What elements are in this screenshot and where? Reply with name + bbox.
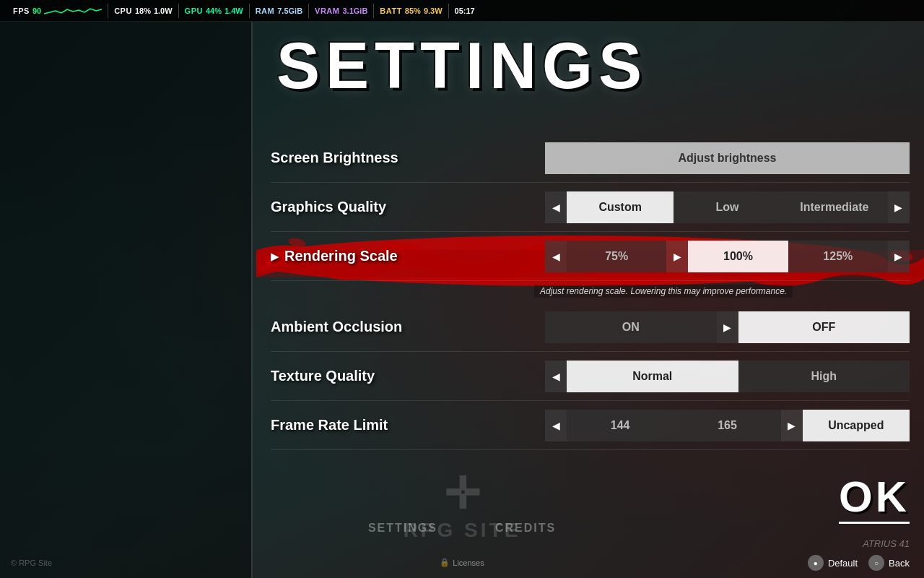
graphics-quality-custom[interactable]: Custom: [567, 191, 674, 223]
back-icon: ○: [868, 555, 884, 571]
svg-point-2: [257, 264, 270, 273]
main-content: Screen Brightness Adjust brightness Grap…: [256, 119, 924, 578]
frame-rate-144[interactable]: 144: [567, 410, 674, 441]
texture-quality-high[interactable]: High: [738, 361, 910, 392]
rendering-scale-wrapper: ▶ Rendering Scale ◀ 75% ▶ 100% 125% ▶ Ad…: [256, 232, 924, 303]
texture-quality-left-arrow[interactable]: ◀: [545, 361, 567, 392]
bottom-left-watermark: © RPG Site: [11, 558, 52, 567]
rendering-scale-75[interactable]: 75%: [567, 241, 666, 272]
rendering-scale-row: ▶ Rendering Scale ◀ 75% ▶ 100% 125% ▶: [271, 232, 910, 281]
gpu-value: 44%: [206, 7, 222, 15]
screen-brightness-label: Screen Brightness: [271, 150, 545, 166]
gpu-display: GPU 44% 1.4W: [179, 7, 249, 15]
ambient-occlusion-label: Ambient Occlusion: [271, 319, 545, 335]
ram-label: RAM: [256, 7, 275, 15]
back-button[interactable]: ○ Back: [868, 555, 910, 571]
ambient-occlusion-row: Ambient Occlusion ON ▶ OFF: [271, 303, 910, 352]
texture-quality-label: Texture Quality: [271, 368, 545, 384]
graphics-quality-left-arrow[interactable]: ◀: [545, 191, 567, 223]
batt-label: BATT: [380, 7, 402, 15]
graphics-quality-intermediate[interactable]: Intermediate: [781, 191, 888, 223]
ambient-occlusion-options: ON ▶ OFF: [545, 311, 910, 343]
fps-value: 90: [32, 7, 41, 15]
ram-display: RAM 7.5GiB: [250, 7, 308, 15]
rendering-scale-label: ▶ Rendering Scale: [271, 248, 545, 264]
frame-rate-uncapped[interactable]: Uncapped: [803, 410, 910, 441]
frame-rate-limit-row: Frame Rate Limit ◀ 144 165 ▶ Uncapped: [271, 401, 910, 450]
graphics-quality-label: Graphics Quality: [271, 199, 545, 215]
batt-watts: 9.3W: [424, 7, 443, 15]
hud-bar: FPS 90 CPU 18% 1.0W GPU 44% 1.4W RAM 7.5…: [0, 0, 924, 22]
texture-quality-normal[interactable]: Normal: [567, 361, 738, 392]
settings-title: SETTINGS: [0, 29, 924, 103]
rendering-scale-100[interactable]: 100%: [688, 241, 788, 272]
lock-icon: 🔒: [440, 558, 450, 567]
rendering-scale-left-arrow[interactable]: ◀: [545, 241, 567, 272]
ok-button[interactable]: OK: [839, 475, 910, 524]
batt-display: BATT 85% 9.3W: [374, 7, 448, 15]
frame-rate-mid-arrow[interactable]: ▶: [781, 410, 803, 441]
rendering-scale-indicator: ▶: [271, 251, 279, 262]
gpu-watts: 1.4W: [225, 7, 243, 15]
rendering-scale-mid-right-arrow[interactable]: ▶: [666, 241, 688, 272]
texture-quality-row: Texture Quality ◀ Normal High: [271, 352, 910, 401]
vram-value: 3.1GiB: [342, 7, 367, 15]
fps-display: FPS 90: [7, 5, 108, 17]
left-panel: [0, 22, 253, 578]
cpu-label: CPU: [114, 7, 132, 15]
licenses-link[interactable]: 🔒 Licenses: [440, 558, 484, 567]
cpu-watts: 1.0W: [154, 7, 173, 15]
ambient-occlusion-arrow[interactable]: ▶: [717, 311, 738, 343]
vram-label: VRAM: [315, 7, 339, 15]
frame-rate-limit-label: Frame Rate Limit: [271, 417, 545, 434]
vram-display: VRAM 3.1GiB: [309, 7, 373, 15]
frame-rate-165[interactable]: 165: [674, 410, 780, 441]
batt-value: 85%: [405, 7, 421, 15]
time-value: 05:17: [455, 7, 475, 15]
gpu-label: GPU: [185, 7, 203, 15]
screen-brightness-options: Adjust brightness: [545, 142, 910, 174]
adjust-brightness-button[interactable]: Adjust brightness: [545, 142, 910, 174]
default-icon: ●: [808, 555, 824, 571]
ram-value: 7.5GiB: [277, 7, 302, 15]
rendering-scale-tooltip: Adjust rendering scale. Lowering this ma…: [534, 285, 793, 298]
texture-quality-options: ◀ Normal High: [545, 361, 910, 392]
graphics-quality-low[interactable]: Low: [674, 191, 780, 223]
cpu-display: CPU 18% 1.0W: [108, 7, 178, 15]
time-display: 05:17: [449, 7, 481, 15]
rendering-scale-tooltip-area: Adjust rendering scale. Lowering this ma…: [271, 281, 910, 303]
rendering-scale-options: ◀ 75% ▶ 100% 125% ▶: [545, 241, 910, 272]
ok-area: OK: [839, 475, 910, 524]
fps-label: FPS: [13, 7, 30, 15]
frame-rate-limit-options: ◀ 144 165 ▶ Uncapped: [545, 410, 910, 441]
default-button[interactable]: ● Default: [808, 555, 858, 571]
frame-rate-left-arrow[interactable]: ◀: [545, 410, 567, 441]
cpu-value: 18%: [135, 7, 151, 15]
graphics-quality-row: Graphics Quality ◀ Custom Low Intermedia…: [271, 183, 910, 232]
graphics-quality-right-arrow[interactable]: ▶: [888, 191, 910, 223]
graphics-quality-options: ◀ Custom Low Intermediate ▶: [545, 191, 910, 223]
rendering-scale-right-arrow[interactable]: ▶: [888, 241, 910, 272]
screen-brightness-row: Screen Brightness Adjust brightness: [271, 134, 910, 183]
bottom-actions: ● Default ○ Back: [808, 555, 910, 571]
ambient-occlusion-on[interactable]: ON: [545, 311, 717, 343]
fps-graph: [44, 5, 102, 17]
ambient-occlusion-off[interactable]: OFF: [738, 311, 910, 343]
rendering-scale-125[interactable]: 125%: [788, 241, 888, 272]
